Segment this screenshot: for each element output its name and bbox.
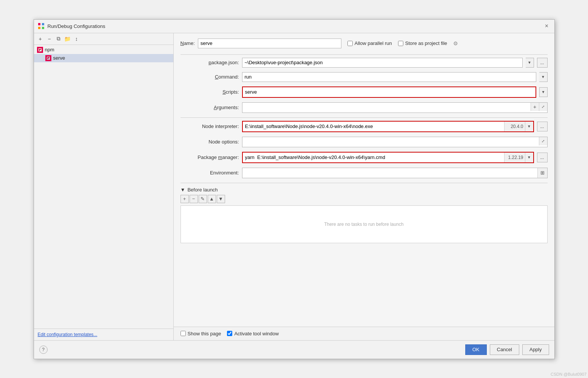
tree-item-npm[interactable]: npm [34, 46, 173, 54]
node-interpreter-browse-button[interactable]: ... [537, 122, 548, 131]
package-json-row: package.json: ▼ ... [181, 58, 548, 68]
before-launch-section: ▼ Before launch + − ✎ ▲ ▼ There are no t… [181, 187, 548, 243]
package-json-dropdown-button[interactable]: ▼ [526, 58, 534, 68]
scripts-row: Scripts: ▼ [181, 86, 548, 98]
package-manager-browse-button[interactable]: ... [537, 153, 548, 162]
node-interpreter-input[interactable] [243, 122, 504, 131]
tree-serve-label: serve [53, 55, 65, 61]
activate-tool-window-label[interactable]: Activate tool window [227, 331, 279, 336]
close-button[interactable]: × [543, 22, 551, 30]
scripts-dropdown-button[interactable]: ▼ [539, 87, 548, 97]
ok-button[interactable]: OK [465, 344, 487, 355]
command-row: Command: ▼ [181, 72, 548, 82]
svg-rect-1 [42, 23, 44, 25]
package-manager-label: Package manager: [181, 154, 239, 160]
before-launch-down-button[interactable]: ▼ [217, 195, 225, 203]
left-toolbar: + − ⧉ 📁 ↕ [34, 33, 173, 45]
arguments-input[interactable] [242, 103, 531, 113]
environment-table-button[interactable]: ⊞ [537, 168, 547, 178]
environment-input[interactable] [242, 168, 537, 178]
add-config-button[interactable]: + [36, 35, 45, 43]
svg-rect-8 [47, 57, 48, 59]
remove-config-button[interactable]: − [45, 35, 54, 43]
arguments-row: Arguments: + ⤢ [181, 102, 548, 113]
arguments-add-button[interactable]: + [531, 103, 539, 111]
pkg-manager-input-wrap: 1.22.19 ▼ [242, 152, 534, 163]
node-version-display: 20.4.0 [504, 122, 525, 131]
package-json-input[interactable] [242, 58, 523, 68]
name-field-label: Name: [181, 40, 195, 46]
gear-icon[interactable]: ⚙ [453, 40, 458, 46]
command-dropdown-button[interactable]: ▼ [539, 72, 548, 82]
arguments-label: Arguments: [181, 105, 239, 110]
no-tasks-message: There are no tasks to run before launch [324, 222, 403, 227]
allow-parallel-label: Allow parallel run [355, 40, 392, 46]
svg-rect-3 [42, 27, 44, 29]
command-input[interactable] [242, 72, 536, 82]
node-options-row: Node options: ⤢ [181, 137, 548, 147]
store-as-project-checkbox-label[interactable]: Store as project file [398, 40, 447, 46]
tree-npm-label: npm [45, 47, 54, 52]
before-launch-header[interactable]: ▼ Before launch [181, 187, 548, 193]
node-interpreter-dropdown-button[interactable]: ▼ [525, 122, 533, 131]
config-tree: npm serve [34, 45, 173, 329]
package-manager-version: 1.22.19 [504, 153, 525, 162]
bottom-checkboxes: Show this page Activate tool window [174, 327, 554, 340]
dialog-title: Run/Debug Configurations [48, 23, 105, 29]
package-manager-input[interactable] [243, 153, 504, 162]
arguments-input-wrap: + ⤢ [242, 102, 548, 113]
watermark: CSDN @Bulut0907 [551, 372, 586, 376]
cancel-button[interactable]: Cancel [490, 344, 519, 355]
name-input[interactable] [198, 39, 341, 48]
svg-rect-5 [39, 49, 40, 51]
package-json-label: package.json: [181, 60, 239, 65]
package-manager-row: Package manager: 1.22.19 ▼ ... [181, 152, 548, 163]
npm-icon [37, 47, 43, 53]
show-this-page-label[interactable]: Show this page [181, 331, 221, 336]
allow-parallel-checkbox-label[interactable]: Allow parallel run [347, 40, 392, 46]
top-options-row: Name: Allow parallel run Store as projec… [181, 39, 548, 48]
apply-button[interactable]: Apply [522, 344, 549, 355]
before-launch-remove-button[interactable]: − [190, 195, 198, 203]
node-interp-input-wrap: 20.4.0 ▼ [242, 121, 534, 132]
store-as-project-checkbox[interactable] [398, 41, 403, 46]
show-this-page-checkbox[interactable] [181, 331, 186, 336]
svg-rect-9 [48, 57, 49, 58]
svg-rect-0 [38, 23, 40, 25]
store-as-project-label: Store as project file [405, 40, 447, 46]
scripts-input-wrap [242, 86, 536, 98]
before-launch-add-button[interactable]: + [181, 195, 189, 203]
node-options-expand-button[interactable]: ⤢ [539, 137, 547, 145]
sort-config-button[interactable]: ↕ [73, 35, 81, 43]
serve-npm-icon [45, 55, 51, 61]
help-button[interactable]: ? [39, 346, 48, 354]
scripts-label: Scripts: [181, 89, 239, 95]
before-launch-up-button[interactable]: ▲ [208, 195, 216, 203]
node-options-label: Node options: [181, 139, 239, 145]
package-json-browse-button[interactable]: ... [537, 58, 548, 68]
before-launch-edit-button[interactable]: ✎ [199, 195, 207, 203]
svg-rect-6 [40, 49, 41, 50]
before-launch-toolbar: + − ✎ ▲ ▼ [181, 195, 548, 203]
arguments-expand-button[interactable]: ⤢ [539, 103, 547, 111]
activate-tool-window-text: Activate tool window [234, 331, 279, 336]
copy-config-button[interactable]: ⧉ [54, 35, 63, 43]
scripts-input[interactable] [243, 87, 536, 97]
folder-config-button[interactable]: 📁 [63, 35, 72, 43]
show-this-page-text: Show this page [188, 331, 221, 336]
node-options-input[interactable] [242, 137, 539, 147]
allow-parallel-checkbox[interactable] [347, 41, 353, 46]
before-launch-label: Before launch [187, 187, 218, 193]
app-icon [38, 23, 45, 29]
node-interpreter-label: Node interpreter: [181, 123, 239, 129]
edit-templates-link[interactable]: Edit configuration templates... [34, 329, 173, 340]
dialog-footer: ? OK Cancel Apply [34, 340, 554, 359]
env-input-wrap: ⊞ [242, 168, 548, 178]
package-manager-dropdown-button[interactable]: ▼ [525, 153, 533, 162]
before-launch-arrow: ▼ [181, 187, 185, 193]
activate-tool-window-checkbox[interactable] [227, 331, 232, 336]
tree-item-serve[interactable]: serve [34, 54, 173, 62]
command-label: Command: [181, 74, 239, 80]
before-launch-content: There are no tasks to run before launch [181, 205, 548, 243]
title-bar: Run/Debug Configurations × [34, 20, 554, 33]
